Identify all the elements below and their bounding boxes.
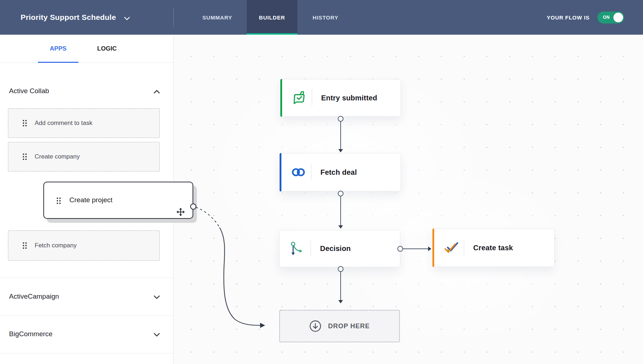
node-divider — [311, 241, 311, 257]
flow-title-dropdown[interactable]: Priority Support Schedule — [21, 0, 130, 35]
section-label: BigCommerce — [9, 330, 52, 338]
node-label: Fetch deal — [320, 168, 357, 177]
node-label: Decision — [320, 244, 351, 253]
chevron-down-icon — [154, 294, 160, 299]
flow-status-group: YOUR FLOW IS ON — [547, 0, 624, 35]
dragging-card-label: Create project — [69, 196, 112, 204]
drag-handle-icon[interactable] — [23, 242, 27, 249]
node-accent-bar — [280, 153, 281, 191]
drop-target-label: DROP HERE — [328, 322, 370, 330]
draggable-action-create-company[interactable]: Create company — [8, 142, 160, 172]
crm-link-icon — [290, 164, 307, 181]
tab-builder[interactable]: BUILDER — [247, 0, 297, 35]
node-accent-bar — [279, 230, 281, 267]
section-label: ActiveCampaign — [9, 292, 59, 300]
node-divider — [311, 164, 311, 180]
action-label: Add comment to task — [35, 120, 92, 127]
node-divider — [312, 90, 312, 106]
forms-icon — [291, 90, 307, 106]
decision-branch-icon — [290, 240, 306, 257]
chevron-down-icon — [124, 16, 130, 20]
drag-handle-icon[interactable] — [57, 198, 61, 204]
divider — [0, 277, 173, 278]
tab-summary[interactable]: SUMMARY — [188, 0, 247, 35]
section-header-active-collab[interactable]: Active Collab — [0, 82, 173, 100]
node-label: Entry submitted — [321, 94, 377, 102]
move-cursor-icon — [176, 208, 185, 216]
node-accent-bar — [280, 79, 282, 117]
flow-node-entry-submitted[interactable]: Entry submitted — [280, 79, 401, 117]
toggle-state-label: ON — [603, 12, 610, 23]
flow-node-create-task[interactable]: Create task — [432, 229, 554, 267]
tab-apps[interactable]: APPS — [38, 35, 78, 63]
draggable-action-add-comment-to-task[interactable]: Add comment to task — [8, 108, 160, 138]
navbar-tabs: SUMMARY BUILDER HISTORY — [188, 0, 354, 35]
tab-logic[interactable]: LOGIC — [89, 35, 125, 63]
node-accent-bar — [432, 229, 434, 267]
flow-status-label: YOUR FLOW IS — [547, 14, 590, 21]
toggle-knob[interactable] — [613, 13, 623, 22]
section-label: Active Collab — [9, 87, 49, 95]
tab-history[interactable]: HISTORY — [297, 0, 354, 35]
node-divider — [464, 240, 464, 256]
panel-tabs: APPS LOGIC — [0, 35, 173, 63]
divider — [0, 353, 173, 354]
drag-handle-icon[interactable] — [23, 153, 27, 160]
chevron-down-icon — [154, 332, 160, 336]
arrow-down-circle-icon — [309, 320, 322, 332]
flow-node-decision[interactable]: Decision — [279, 230, 400, 267]
section-header-bigcommerce[interactable]: BigCommerce — [0, 325, 173, 343]
action-label: Create company — [35, 153, 80, 160]
flow-builder-app: Entry submitted Fetch deal — [0, 0, 643, 364]
drag-handle-icon[interactable] — [23, 120, 27, 126]
action-label: Fetch company — [35, 242, 77, 249]
flow-canvas[interactable]: Entry submitted Fetch deal — [173, 35, 643, 364]
top-navbar: Priority Support Schedule SUMMARY BUILDE… — [0, 0, 643, 35]
flow-node-fetch-deal[interactable]: Fetch deal — [280, 153, 401, 191]
draggable-action-fetch-company[interactable]: Fetch company — [8, 230, 160, 261]
divider — [0, 315, 173, 316]
section-header-activecampaign[interactable]: ActiveCampaign — [0, 288, 173, 305]
navbar-divider — [173, 8, 174, 27]
chevron-up-icon — [154, 89, 160, 93]
node-label: Create task — [473, 244, 513, 252]
flow-on-off-toggle[interactable]: ON — [597, 12, 624, 23]
drop-target[interactable]: DROP HERE — [279, 310, 400, 342]
double-check-icon — [443, 239, 459, 256]
dragging-card-create-project[interactable]: Create project — [43, 182, 193, 219]
flow-title: Priority Support Schedule — [21, 13, 116, 22]
